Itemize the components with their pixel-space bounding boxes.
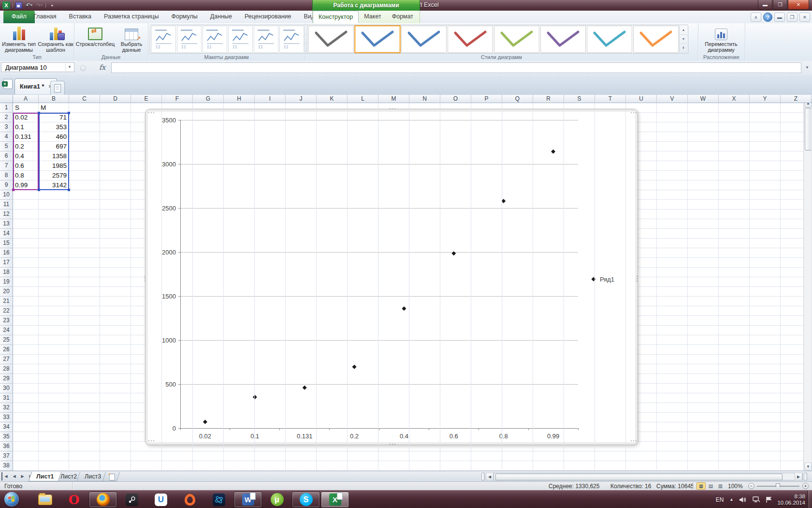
chart-layout-thumb[interactable] [254, 26, 278, 53]
name-box[interactable]: Диаграмма 10 ▼ [1, 62, 74, 72]
select-all-corner[interactable] [0, 95, 13, 103]
tab-Формулы[interactable]: Формулы [165, 11, 203, 23]
taskbar-explorer-button[interactable] [31, 492, 59, 508]
column-header-L[interactable]: L [348, 95, 378, 103]
minimize-ribbon-button[interactable]: ∧ [751, 13, 761, 22]
tab-Рецензирование[interactable]: Рецензирование [238, 11, 298, 23]
row-header-26[interactable]: 26 [0, 345, 13, 355]
column-header-N[interactable]: N [409, 95, 440, 103]
clock[interactable]: 8:38 10.06.2014 [777, 493, 805, 506]
cell-B1[interactable]: M [39, 103, 69, 113]
scroll-left-icon[interactable]: ◀ [486, 473, 493, 480]
column-header-M[interactable]: M [378, 95, 409, 103]
row-header-10[interactable]: 10 [0, 190, 13, 200]
close-button[interactable]: ✕ [788, 0, 809, 10]
taskbar-excel-button[interactable]: X [321, 492, 349, 508]
row-header-9[interactable]: 9 [0, 180, 13, 190]
save-as-template-button[interactable]: Сохранить как шаблон [37, 25, 74, 54]
range-fill-handle[interactable] [38, 189, 40, 191]
range-fill-handle[interactable] [12, 189, 14, 191]
chart-layout-thumb[interactable] [151, 26, 176, 53]
taskbar-utorrent-button[interactable]: µ [263, 492, 291, 508]
scrollbar-split-handle[interactable] [804, 473, 807, 480]
cell-A1[interactable]: S [13, 103, 39, 113]
page-layout-view-button[interactable]: ▤ [706, 482, 715, 490]
taskbar-battlenet-button[interactable] [205, 492, 233, 508]
row-header-23[interactable]: 23 [0, 316, 13, 326]
row-header-15[interactable]: 15 [0, 239, 13, 248]
select-data-button[interactable]: ➚ Выбрать данные [116, 25, 146, 54]
start-button[interactable] [4, 492, 19, 507]
horizontal-scrollbar[interactable] [493, 473, 803, 480]
row-header-38[interactable]: 38 [0, 461, 13, 471]
insert-function-icon[interactable]: fx [99, 63, 105, 71]
language-indicator[interactable]: EN [716, 496, 724, 503]
formula-input[interactable] [111, 62, 801, 73]
chart-style-thumb-4[interactable] [448, 26, 493, 53]
chart-object[interactable]: 05001000150020002500300035000.020.10.131… [145, 109, 638, 445]
normal-view-button[interactable]: ▦ [696, 482, 706, 490]
taskbar-skype-button[interactable]: S [292, 492, 320, 508]
row-header-22[interactable]: 22 [0, 306, 13, 316]
row-header-11[interactable]: 11 [0, 200, 13, 209]
column-header-T[interactable]: T [595, 95, 626, 103]
zoom-in-button[interactable]: + [802, 483, 809, 489]
column-header-G[interactable]: G [193, 95, 224, 103]
tab-Данные[interactable]: Данные [204, 11, 238, 23]
taskbar-steam-button[interactable] [118, 492, 146, 508]
row-header-18[interactable]: 18 [0, 268, 13, 277]
row-header-34[interactable]: 34 [0, 422, 13, 432]
change-chart-type-button[interactable]: Изменить тип диаграммы [0, 25, 37, 54]
column-header-O[interactable]: O [440, 95, 471, 103]
taskbar-uplay-button[interactable]: U [147, 492, 175, 508]
worksheet-grid[interactable]: 05001000150020002500300035000.020.10.131… [0, 95, 812, 471]
switch-row-column-button[interactable]: ⇄ Строка/столбец [74, 25, 116, 54]
next-sheet-icon[interactable]: ▶ [19, 472, 26, 480]
column-header-U[interactable]: U [626, 95, 657, 103]
column-header-W[interactable]: W [688, 95, 719, 103]
taskbar-word-button[interactable]: W [234, 492, 262, 508]
row-header-28[interactable]: 28 [0, 364, 13, 374]
zoom-out-button[interactable]: − [748, 483, 754, 489]
name-box-dropdown-icon[interactable]: ▼ [65, 63, 73, 71]
prev-sheet-icon[interactable]: ◀ [11, 472, 18, 480]
tab-Формат[interactable]: Формат [387, 11, 419, 23]
taskbar-opera-button[interactable]: O [60, 492, 88, 508]
row-header-32[interactable]: 32 [0, 403, 13, 413]
horizontal-scroll-thumb[interactable] [495, 474, 783, 480]
zoom-level[interactable]: 100% [728, 483, 743, 490]
row-header-27[interactable]: 27 [0, 355, 13, 364]
minimize-button[interactable]: ▬ [758, 0, 772, 10]
chart-style-thumb-8[interactable] [633, 26, 679, 53]
page-break-preview-button[interactable]: ▥ [716, 482, 725, 490]
row-header-13[interactable]: 13 [0, 219, 13, 229]
row-header-29[interactable]: 29 [0, 374, 13, 384]
column-header-K[interactable]: K [317, 95, 348, 103]
row-header-14[interactable]: 14 [0, 229, 13, 239]
chart-style-thumb-5[interactable] [494, 26, 539, 53]
sheet-tab-Лист1[interactable]: Лист1 [29, 472, 62, 481]
row-header-16[interactable]: 16 [0, 248, 13, 258]
row-header-5[interactable]: 5 [0, 142, 13, 151]
taskbar-origin-button[interactable] [176, 492, 204, 508]
row-header-12[interactable]: 12 [0, 209, 13, 219]
styles-more-icon[interactable]: ⇟ [680, 44, 687, 53]
workbook-close-button[interactable]: ✕ [799, 13, 810, 22]
chart-style-thumb-2[interactable] [354, 25, 401, 53]
row-header-24[interactable]: 24 [0, 326, 13, 335]
column-header-D[interactable]: D [100, 95, 131, 103]
taskbar-firefox-button[interactable] [89, 492, 117, 508]
row-header-6[interactable]: 6 [0, 151, 13, 161]
tab-Конструктор[interactable]: Конструктор [313, 11, 359, 23]
row-header-4[interactable]: 4 [0, 132, 13, 142]
row-header-1[interactable]: 1 [0, 103, 13, 113]
styles-scroll-up-icon[interactable]: ▲ [680, 26, 687, 35]
column-header-X[interactable]: X [719, 95, 750, 103]
workbook-restore-button[interactable]: ❐ [787, 13, 798, 22]
styles-scroll-down-icon[interactable]: ▼ [680, 35, 687, 44]
move-chart-button[interactable]: Переместить диаграмму [703, 25, 740, 54]
first-sheet-icon[interactable]: ◀ [1, 472, 10, 480]
chart-style-thumb-7[interactable] [587, 26, 632, 53]
row-header-2[interactable]: 2 [0, 113, 13, 122]
scroll-right-icon[interactable]: ▶ [795, 473, 802, 480]
